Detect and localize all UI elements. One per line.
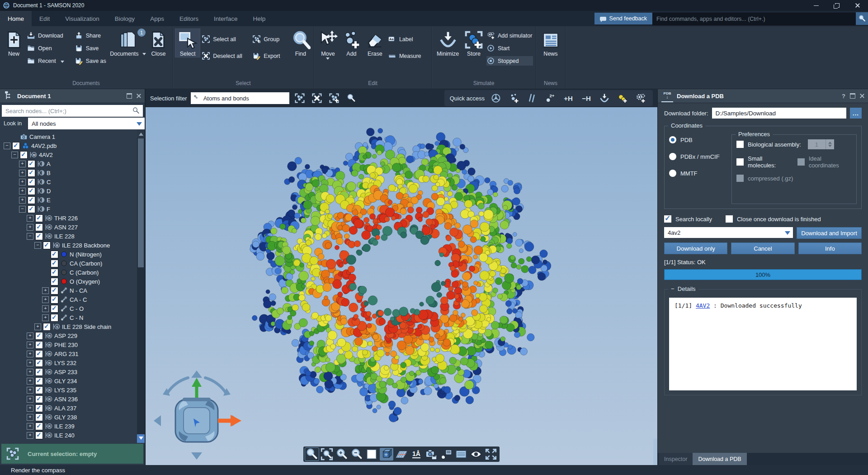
node-checkbox[interactable]: [51, 251, 58, 258]
expander-icon[interactable]: +: [27, 360, 33, 366]
expander-icon[interactable]: −: [19, 206, 26, 213]
scrollbar-thumb[interactable]: [138, 138, 144, 267]
group-viewport-button[interactable]: [327, 91, 341, 105]
node-checkbox[interactable]: [51, 314, 58, 322]
close-document-button[interactable]: Close: [147, 29, 170, 57]
tree-row[interactable]: + R ASP 229: [0, 331, 145, 340]
add-atoms-button[interactable]: [507, 91, 521, 105]
node-search-input[interactable]: [2, 105, 132, 117]
menu-biology[interactable]: Biology: [107, 11, 142, 26]
cancel-button[interactable]: Cancel: [731, 242, 794, 254]
node-checkbox[interactable]: [35, 377, 43, 385]
screenshot-button[interactable]: [425, 448, 438, 461]
look-in-select[interactable]: All nodes: [28, 118, 145, 129]
select-all-button[interactable]: Select all: [202, 34, 250, 44]
tree-row[interactable]: + B: [0, 168, 145, 177]
download-and-import-button[interactable]: Download and Import: [797, 227, 862, 239]
expander-icon[interactable]: +: [19, 197, 26, 204]
tree-row[interactable]: − 4AV2.pdb: [0, 141, 145, 150]
node-checkbox[interactable]: [35, 359, 43, 367]
tree-row[interactable]: − R ILE 228: [0, 232, 145, 241]
render-area[interactable]: 1Å: [146, 107, 657, 465]
tree-row[interactable]: N (Nitrogen): [0, 250, 145, 259]
find-similar-button[interactable]: [616, 91, 629, 105]
expander-icon[interactable]: +: [27, 351, 33, 357]
node-checkbox[interactable]: [35, 350, 43, 358]
tree-row[interactable]: CA (Carbon): [0, 259, 145, 268]
node-checkbox[interactable]: [35, 368, 43, 376]
tree-row[interactable]: + C - N: [0, 313, 145, 322]
tree-row[interactable]: + N - CA: [0, 286, 145, 295]
news-button[interactable]: News: [539, 29, 562, 57]
menu-help[interactable]: Help: [245, 11, 273, 26]
expander-icon[interactable]: −: [27, 233, 33, 240]
node-checkbox[interactable]: [35, 423, 43, 430]
expander-icon[interactable]: +: [27, 224, 33, 231]
radio-mmtf[interactable]: MMTF: [669, 170, 727, 177]
deselect-all-button[interactable]: Deselect all: [202, 51, 250, 61]
tree-row[interactable]: + S ILE 228 Side chain: [0, 322, 145, 331]
find-button[interactable]: Find: [290, 29, 311, 57]
expander-icon[interactable]: −: [4, 142, 10, 149]
tree-row[interactable]: + R GLY 238: [0, 413, 145, 422]
menu-visualization[interactable]: Visualization: [57, 11, 107, 26]
expander-icon[interactable]: +: [27, 332, 33, 339]
node-checkbox[interactable]: [28, 187, 35, 195]
tree-row[interactable]: + R ASP 233: [0, 367, 145, 376]
node-checkbox[interactable]: [43, 242, 51, 249]
menu-interface[interactable]: Interface: [206, 11, 245, 26]
expander-icon[interactable]: +: [42, 305, 49, 312]
close-button[interactable]: [847, 0, 868, 11]
download-only-button[interactable]: Download only: [664, 242, 727, 254]
tree-row[interactable]: + R GLY 234: [0, 376, 145, 385]
node-checkbox[interactable]: [12, 142, 20, 150]
tree-row[interactable]: + R ALA 237: [0, 404, 145, 413]
annotation-button[interactable]: [439, 448, 453, 461]
add-hydrogens-button[interactable]: +H: [561, 91, 575, 105]
expander-icon[interactable]: +: [27, 396, 33, 403]
select-all-viewport-button[interactable]: [293, 91, 307, 105]
small-molecules-checkbox[interactable]: [736, 158, 744, 166]
tree-row[interactable]: + R ILE 239: [0, 422, 145, 431]
recent-button[interactable]: Recent: [27, 56, 73, 66]
export-button[interactable]: Export: [252, 51, 288, 61]
find-viewport-button[interactable]: [344, 91, 358, 105]
radio-pdbx-mmcif[interactable]: PDBx / mmCIF: [669, 153, 727, 160]
expander-icon[interactable]: +: [27, 215, 33, 222]
simulator-quick-button[interactable]: [634, 91, 647, 105]
node-checkbox[interactable]: [43, 323, 51, 331]
search-locally-checkbox[interactable]: [664, 215, 671, 223]
compass-toggle-button[interactable]: [380, 448, 393, 461]
tree-row[interactable]: + R PHE 230: [0, 340, 145, 349]
start-simulation-button[interactable]: Start: [486, 43, 533, 53]
node-checkbox[interactable]: [35, 341, 43, 349]
expander-icon[interactable]: +: [42, 296, 49, 303]
radio-pdb[interactable]: PDB: [669, 136, 727, 143]
tree-row[interactable]: O (Oxygen): [0, 277, 145, 286]
node-checkbox[interactable]: [28, 196, 35, 204]
minimize-quick-button[interactable]: [598, 91, 611, 105]
menu-editors[interactable]: Editors: [172, 11, 206, 26]
tree-row[interactable]: + C: [0, 177, 145, 186]
scroll-up-button[interactable]: [137, 129, 145, 138]
expander-icon[interactable]: +: [27, 432, 33, 439]
biological-assembly-checkbox[interactable]: [736, 141, 744, 148]
node-checkbox[interactable]: [28, 205, 35, 213]
node-checkbox[interactable]: [35, 404, 43, 412]
pdb-entry-link[interactable]: 4AV2: [696, 302, 710, 309]
scroll-down-button[interactable]: [137, 434, 145, 443]
tree-row[interactable]: + R ASN 227: [0, 223, 145, 232]
move-button[interactable]: Move: [317, 29, 339, 62]
selection-filter-select[interactable]: Atoms and bonds: [191, 92, 289, 104]
tree-row[interactable]: Camera 1: [0, 132, 145, 141]
zoom-out-button[interactable]: [350, 448, 363, 461]
restore-button[interactable]: [826, 0, 847, 11]
save-as-button[interactable]: Save as: [75, 56, 108, 66]
node-checkbox[interactable]: [51, 269, 58, 276]
tree-row[interactable]: + R THR 226: [0, 214, 145, 223]
expander-icon[interactable]: +: [27, 369, 33, 375]
node-checkbox[interactable]: [28, 178, 35, 186]
details-label[interactable]: − Details: [668, 285, 698, 292]
tree-row[interactable]: − F: [0, 204, 145, 214]
expander-icon[interactable]: +: [19, 161, 26, 167]
